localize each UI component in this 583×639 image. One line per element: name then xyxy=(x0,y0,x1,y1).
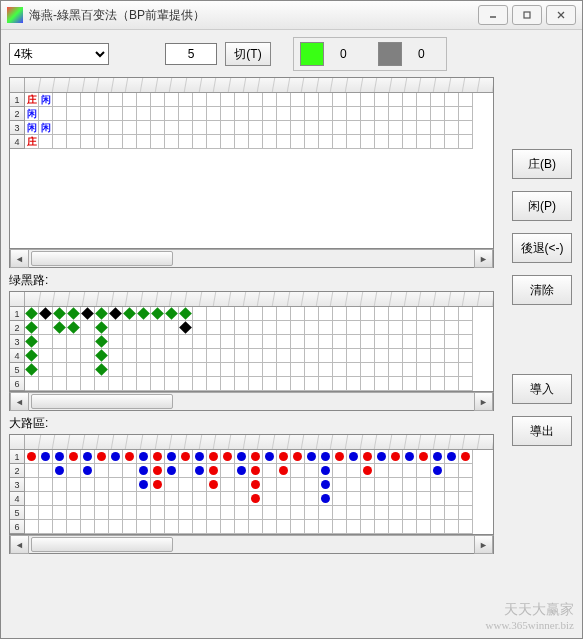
grid-cell[interactable] xyxy=(263,321,277,335)
grid-cell[interactable] xyxy=(165,349,179,363)
grid-cell[interactable] xyxy=(137,107,151,121)
grid-cell[interactable] xyxy=(277,520,291,534)
grid-cell[interactable] xyxy=(109,464,123,478)
grid-cell[interactable] xyxy=(221,450,235,464)
grid-cell[interactable] xyxy=(39,307,53,321)
grid-cell[interactable] xyxy=(277,450,291,464)
grid-cell[interactable] xyxy=(291,121,305,135)
grid-cell[interactable] xyxy=(53,506,67,520)
grid-cell[interactable] xyxy=(445,478,459,492)
grid-cell[interactable] xyxy=(319,135,333,149)
grid-cell[interactable] xyxy=(25,450,39,464)
grid-cell[interactable] xyxy=(235,478,249,492)
grid-cell[interactable] xyxy=(333,307,347,321)
grid-cell[interactable] xyxy=(25,506,39,520)
maximize-button[interactable] xyxy=(512,5,542,25)
grid-cell[interactable] xyxy=(277,93,291,107)
grid-cell[interactable] xyxy=(25,363,39,377)
grid-cell[interactable] xyxy=(151,478,165,492)
grid-cell[interactable] xyxy=(319,349,333,363)
grid-cell[interactable] xyxy=(221,377,235,391)
grid-cell[interactable] xyxy=(361,135,375,149)
grid-cell[interactable] xyxy=(249,464,263,478)
grid-cell[interactable] xyxy=(417,450,431,464)
grid-cell[interactable] xyxy=(403,335,417,349)
grid-cell[interactable] xyxy=(39,506,53,520)
grid-cell[interactable] xyxy=(95,321,109,335)
grid-cell[interactable] xyxy=(305,520,319,534)
grid-cell[interactable] xyxy=(179,307,193,321)
grid-cell[interactable] xyxy=(319,121,333,135)
cut-button[interactable]: 切(T) xyxy=(225,42,271,66)
grid-cell[interactable] xyxy=(151,506,165,520)
import-button[interactable]: 導入 xyxy=(512,374,572,404)
grid-cell[interactable] xyxy=(389,478,403,492)
grid-cell[interactable] xyxy=(361,121,375,135)
grid-cell[interactable] xyxy=(277,464,291,478)
grid-cell[interactable] xyxy=(95,121,109,135)
grid-cell[interactable] xyxy=(375,107,389,121)
player-button[interactable]: 闲(P) xyxy=(512,191,572,221)
grid-cell[interactable] xyxy=(137,335,151,349)
grid-cell[interactable] xyxy=(403,363,417,377)
grid-cell[interactable] xyxy=(263,121,277,135)
grid-cell[interactable] xyxy=(361,363,375,377)
grid-cell[interactable] xyxy=(305,377,319,391)
grid-cell[interactable] xyxy=(95,492,109,506)
grid-cell[interactable] xyxy=(305,349,319,363)
grid-cell[interactable] xyxy=(67,450,81,464)
grid-cell[interactable] xyxy=(319,93,333,107)
grid-cell[interactable] xyxy=(95,107,109,121)
grid-cell[interactable] xyxy=(165,93,179,107)
grid-cell[interactable] xyxy=(207,450,221,464)
grid-cell[interactable] xyxy=(165,307,179,321)
close-button[interactable] xyxy=(546,5,576,25)
grid-cell[interactable] xyxy=(403,349,417,363)
grid-cell[interactable] xyxy=(459,450,473,464)
grid-cell[interactable] xyxy=(193,135,207,149)
grid-cell[interactable] xyxy=(263,377,277,391)
grid-cell[interactable] xyxy=(319,377,333,391)
grid-cell[interactable] xyxy=(333,450,347,464)
grid-cell[interactable] xyxy=(109,107,123,121)
grid-cell[interactable] xyxy=(389,464,403,478)
grid-cell[interactable] xyxy=(431,121,445,135)
grid-cell[interactable] xyxy=(431,335,445,349)
grid-cell[interactable] xyxy=(347,335,361,349)
grid-cell[interactable] xyxy=(235,307,249,321)
grid-cell[interactable] xyxy=(53,450,67,464)
grid-cell[interactable] xyxy=(417,492,431,506)
grid-cell[interactable] xyxy=(235,321,249,335)
grid-cell[interactable] xyxy=(67,135,81,149)
grid-cell[interactable] xyxy=(109,363,123,377)
grid-cell[interactable] xyxy=(417,506,431,520)
grid-cell[interactable] xyxy=(109,135,123,149)
grid-cell[interactable] xyxy=(179,492,193,506)
grid-cell[interactable] xyxy=(431,93,445,107)
grid-cell[interactable] xyxy=(81,121,95,135)
grid-cell[interactable] xyxy=(151,464,165,478)
grid-cell[interactable] xyxy=(235,93,249,107)
grid-cell[interactable] xyxy=(445,321,459,335)
grid-cell[interactable] xyxy=(53,464,67,478)
grid-cell[interactable] xyxy=(165,506,179,520)
grid-cell[interactable] xyxy=(165,335,179,349)
grid-cell[interactable] xyxy=(95,135,109,149)
grid-cell[interactable] xyxy=(445,121,459,135)
grid-cell[interactable] xyxy=(207,377,221,391)
grid-cell[interactable] xyxy=(221,107,235,121)
grid-cell[interactable] xyxy=(221,478,235,492)
grid-cell[interactable] xyxy=(375,121,389,135)
grid-cell[interactable] xyxy=(277,135,291,149)
grid-cell[interactable] xyxy=(291,93,305,107)
grid-cell[interactable] xyxy=(319,478,333,492)
grid-cell[interactable] xyxy=(445,520,459,534)
grid-cell[interactable] xyxy=(95,363,109,377)
grid-cell[interactable] xyxy=(207,121,221,135)
grid-cell[interactable] xyxy=(459,506,473,520)
grid-cell[interactable] xyxy=(95,335,109,349)
grid-cell[interactable] xyxy=(375,349,389,363)
grid-cell[interactable] xyxy=(151,335,165,349)
grid-cell[interactable] xyxy=(151,492,165,506)
grid-cell[interactable] xyxy=(109,377,123,391)
